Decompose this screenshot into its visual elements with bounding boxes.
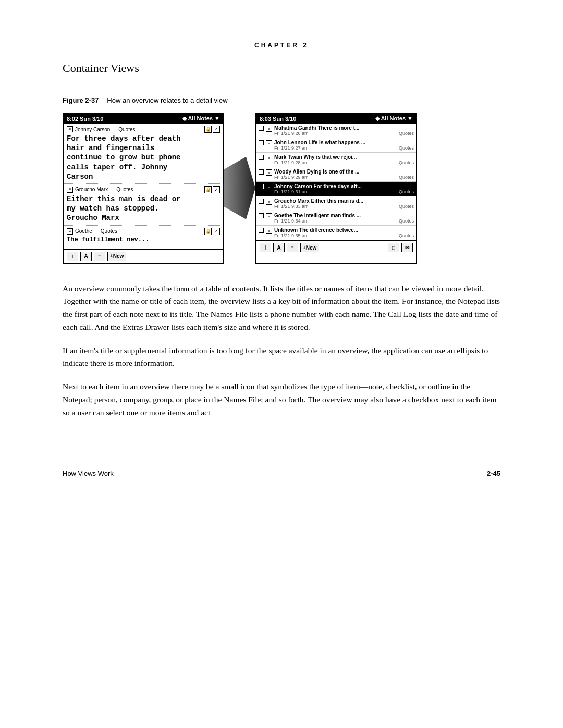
action-lock-2[interactable]: 🔒 <box>204 186 212 193</box>
list-date-3: Fri 1/21 9:28 am <box>274 160 309 165</box>
checkbox-8[interactable] <box>259 228 264 233</box>
arrow-connector <box>224 113 255 264</box>
checkbox-4[interactable] <box>259 169 264 175</box>
list-content-1: Mahatma Gandhi There is more t... Fri 1/… <box>274 125 414 136</box>
list-date-4: Fri 1/21 9:29 am <box>274 175 309 180</box>
list-icon-4: ≡ <box>266 169 272 176</box>
checkbox-5[interactable] <box>259 184 264 189</box>
list-item-1[interactable]: ≡ Mahatma Gandhi There is more t... Fri … <box>256 124 416 138</box>
list-content-5: Johnny Carson For three days aft... Fri … <box>274 183 414 194</box>
action-check-2[interactable]: ✓ <box>213 186 220 193</box>
list-title-5: Johnny Carson For three days aft... <box>274 183 414 189</box>
footer-new-btn[interactable]: +New <box>107 252 126 261</box>
action-lock-1[interactable]: 🔒 <box>204 126 212 133</box>
checkbox-1[interactable] <box>259 126 264 131</box>
list-icon-1: ≡ <box>266 126 272 132</box>
note-icon-2: ≡ <box>67 187 73 193</box>
list-cat-4: Quotes <box>399 175 414 180</box>
list-title-6: Groucho Marx Either this man is d... <box>274 198 414 204</box>
list-item-4[interactable]: ≡ Woody Allen Dying is one of the ... Fr… <box>256 167 416 182</box>
list-cat-3: Quotes <box>399 160 414 165</box>
overview-device-header: 8:03 Sun 3/10 ◆ All Notes ▼ <box>256 114 416 124</box>
list-title-8: Unknown The difference betwee... <box>274 227 414 233</box>
footer-left-group: i A ≡ +New <box>260 243 319 252</box>
body-paragraph-2: If an item's title or supplemental infor… <box>63 344 500 371</box>
list-date-6: Fri 1/21 9:33 am <box>274 204 309 209</box>
list-date-8: Fri 1/21 9:35 am <box>274 233 309 238</box>
list-item-3[interactable]: ≡ Mark Twain Why is that we rejoi... Fri… <box>256 153 416 167</box>
list-cat-5: Quotes <box>399 189 414 194</box>
note-category-1: Quotes <box>118 127 135 132</box>
action-check-3[interactable]: ✓ <box>213 228 220 235</box>
list-item-5[interactable]: ≡ Johnny Carson For three days aft... Fr… <box>256 182 416 196</box>
overview-info-btn[interactable]: i <box>260 243 271 252</box>
list-icon-6: ≡ <box>266 199 272 205</box>
footer-info-btn[interactable]: i <box>67 252 78 261</box>
footer-page-number: 2-45 <box>487 470 500 477</box>
note-item-1: ≡ Johnny Carson Quotes 🔒 ✓ For three day… <box>64 124 223 184</box>
note-icon-3: ≡ <box>67 228 73 235</box>
list-icon-5: ≡ <box>266 184 272 190</box>
note-body-1: For three days after deathhair and finge… <box>67 134 220 181</box>
list-date-5: Fri 1/21 9:31 am <box>274 189 309 194</box>
list-icon-3: ≡ <box>266 155 272 161</box>
list-title-2: John Lennon Life is what happens ... <box>274 140 414 145</box>
list-item-8[interactable]: ≡ Unknown The difference betwee... Fri 1… <box>256 226 416 240</box>
overview-device-footer: i A ≡ +New □ ✉ <box>256 240 416 254</box>
note-body-2: Either this man is dead ormy watch has s… <box>67 194 220 223</box>
list-cat-6: Quotes <box>399 204 414 209</box>
list-cat-2: Quotes <box>399 145 414 151</box>
figure-caption-row: Figure 2-37 How an overview relates to a… <box>63 92 500 104</box>
list-date-2: Fri 1/21 9:27 am <box>274 145 309 151</box>
body-paragraph-1: An overview commonly takes the form of a… <box>63 282 500 334</box>
footer-section-title: How Views Work <box>63 470 114 477</box>
figure-container: 8:02 Sun 3/10 ◆ All Notes ▼ ≡ Johnny Car… <box>63 113 500 264</box>
note-category-3: Quotes <box>101 228 117 234</box>
list-meta-4: Fri 1/21 9:29 am Quotes <box>274 175 414 180</box>
note-category-2: Quotes <box>116 187 133 192</box>
figure-label: Figure 2-37 <box>63 96 99 104</box>
detail-view-device: 8:02 Sun 3/10 ◆ All Notes ▼ ≡ Johnny Car… <box>63 113 224 264</box>
overview-list-btn[interactable]: ≡ <box>287 243 298 252</box>
body-paragraph-3: Next to each item in an overview there m… <box>63 380 500 419</box>
overview-font-btn[interactable]: A <box>273 243 285 252</box>
page-footer: How Views Work 2-45 <box>63 461 500 477</box>
list-title-7: Goethe The intelligent man finds ... <box>274 213 414 218</box>
list-item-6[interactable]: ≡ Groucho Marx Either this man is d... F… <box>256 196 416 211</box>
checkbox-6[interactable] <box>259 199 264 204</box>
detail-time: 8:02 Sun 3/10 <box>67 116 103 122</box>
list-content-8: Unknown The difference betwee... Fri 1/2… <box>274 227 414 238</box>
action-lock-3[interactable]: 🔒 <box>204 228 212 235</box>
note-author-3: Goethe <box>75 228 92 234</box>
checkbox-2[interactable] <box>259 140 264 145</box>
list-cat-8: Quotes <box>399 233 414 238</box>
note-icon-1: ≡ <box>67 126 73 132</box>
overview-mail-btn[interactable]: ✉ <box>401 243 413 252</box>
detail-allnotes: ◆ All Notes ▼ <box>182 115 220 122</box>
action-check-1[interactable]: ✓ <box>213 126 220 133</box>
checkbox-3[interactable] <box>259 155 264 160</box>
list-item-2[interactable]: ≡ John Lennon Life is what happens ... F… <box>256 138 416 153</box>
list-title-1: Mahatma Gandhi There is more t... <box>274 125 414 131</box>
checkbox-7[interactable] <box>259 213 264 218</box>
list-title-3: Mark Twain Why is that we rejoi... <box>274 154 414 160</box>
note-author-2: Groucho Marx <box>75 187 108 192</box>
list-date-1: Fri 1/21 9:26 am <box>274 131 309 136</box>
list-cat-1: Quotes <box>399 131 414 136</box>
figure-caption-text: How an overview relates to a detail view <box>107 96 227 104</box>
footer-right-group: □ ✉ <box>388 243 413 252</box>
overview-view-btn[interactable]: □ <box>388 243 399 252</box>
overview-allnotes: ◆ All Notes ▼ <box>375 115 413 122</box>
list-date-7: Fri 1/21 9:34 am <box>274 218 309 224</box>
footer-font-btn[interactable]: A <box>80 252 92 261</box>
list-meta-1: Fri 1/21 9:26 am Quotes <box>274 131 414 136</box>
chapter-label: CHAPTER 2 <box>63 42 500 49</box>
list-content-2: John Lennon Life is what happens ... Fri… <box>274 140 414 151</box>
footer-list-btn[interactable]: ≡ <box>94 252 105 261</box>
list-cat-7: Quotes <box>399 218 414 224</box>
list-title-4: Woody Allen Dying is one of the ... <box>274 169 414 175</box>
list-meta-7: Fri 1/21 9:34 am Quotes <box>274 218 414 224</box>
overview-new-btn[interactable]: +New <box>300 243 319 252</box>
list-item-7[interactable]: ≡ Goethe The intelligent man finds ... F… <box>256 211 416 226</box>
list-icon-8: ≡ <box>266 228 272 234</box>
